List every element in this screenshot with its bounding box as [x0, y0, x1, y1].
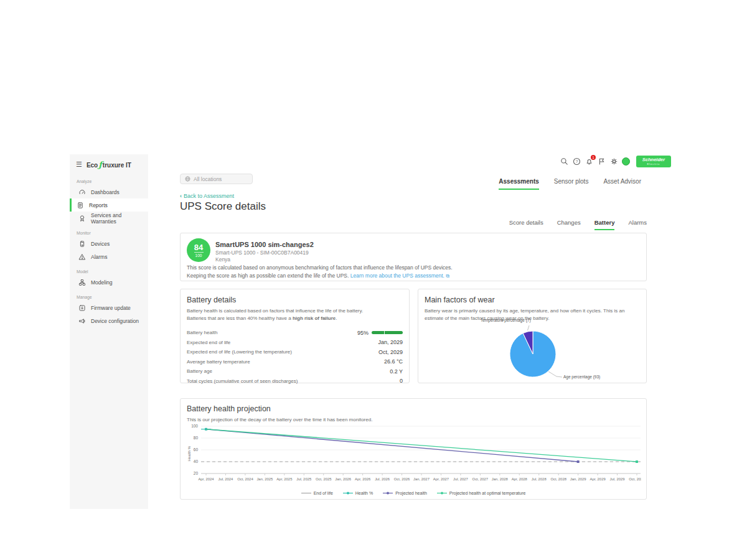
score-value: 84	[194, 243, 203, 251]
tab-asset-advisor[interactable]: Asset Advisor	[603, 178, 641, 190]
notification-badge: 1	[591, 155, 596, 160]
sidebar-header: ☰ Ecoƒtruxure IT	[70, 154, 148, 173]
nav-section-analyze: Analyze	[70, 173, 148, 185]
subtab-battery[interactable]: Battery	[594, 219, 615, 230]
table-row: Battery age 0.2 Y	[187, 366, 403, 376]
subtab-changes[interactable]: Changes	[557, 219, 581, 230]
svg-text:Jan, 2029: Jan, 2029	[570, 477, 586, 481]
subtab-score-details[interactable]: Score details	[509, 219, 543, 230]
legend-label: Health %	[355, 491, 373, 495]
svg-text:Jul, 2024: Jul, 2024	[218, 477, 233, 481]
svg-text:40: 40	[194, 459, 199, 464]
legend-item: Projected health at optimal temperature	[437, 491, 526, 495]
svg-text:Jul, 2027: Jul, 2027	[453, 477, 468, 481]
score-badge: 84 100	[187, 238, 210, 262]
learn-more-link[interactable]: Learn more about the UPS assessment.	[350, 273, 444, 279]
settings-gear-icon[interactable]	[609, 157, 619, 166]
battery-details-rows: Battery health 95% Expected end of life …	[187, 328, 403, 386]
row-label: Battery health	[187, 330, 217, 335]
services-icon	[78, 215, 86, 222]
row-label: Battery age	[187, 368, 212, 374]
projection-chart-svg: 20406080100Health %Apr, 2024Jul, 2024Oct…	[187, 421, 641, 483]
sidebar-item-devices[interactable]: Devices	[70, 237, 148, 250]
legend-marker-icon	[383, 491, 393, 495]
devices-icon	[78, 240, 86, 248]
sidebar-item-services-and-warranties[interactable]: Services and Warranties	[70, 212, 148, 225]
sidebar: ☰ Ecoƒtruxure IT Analyze Dashboards Repo…	[70, 154, 148, 509]
device-location: Kenya	[215, 256, 230, 263]
back-to-assessment-link[interactable]: ‹Back to Assessment	[180, 193, 234, 199]
brand-line2: Electric	[647, 163, 660, 166]
projection-chart: 20406080100Health %Apr, 2024Jul, 2024Oct…	[187, 421, 641, 491]
battery-health-bar	[372, 331, 403, 334]
wear-panel-title: Main factors of wear	[425, 296, 640, 304]
firmware-update-icon	[78, 304, 86, 312]
sidebar-item-dashboards[interactable]: Dashboards	[70, 185, 148, 198]
svg-text:Oct, 2028: Oct, 2028	[550, 477, 566, 481]
nav-section-monitor: Monitor	[70, 225, 148, 237]
row-label: Average battery temperature	[187, 359, 250, 365]
sidebar-item-device-configuration[interactable]: Device configuration	[70, 314, 148, 327]
notifications-bell-icon[interactable]: 1	[585, 157, 594, 166]
score-description-text: Keeping the score as high as possible ca…	[187, 273, 349, 279]
location-filter-placeholder: All locations	[194, 176, 222, 182]
nav-section-manage: Manage	[70, 289, 148, 301]
help-icon[interactable]: ?	[572, 157, 581, 166]
chart-legend: End of lifeHealth %Projected healthProje…	[181, 491, 646, 495]
tab-assessments[interactable]: Assessments	[499, 178, 538, 190]
table-row: Total cycles (cumulative count of seen d…	[187, 376, 403, 386]
search-icon[interactable]	[560, 157, 569, 166]
user-avatar[interactable]	[622, 157, 630, 166]
menu-icon[interactable]: ☰	[76, 161, 82, 168]
subtab-alarms[interactable]: Alarms	[628, 219, 647, 230]
row-label: Expected end of life (Lowering the tempe…	[187, 349, 292, 355]
device-name: SmartUPS 1000 sim-changes2	[215, 241, 314, 248]
score-max: 100	[195, 253, 202, 258]
battery-health-value: 95%	[357, 330, 369, 336]
legend-item: Health %	[343, 491, 373, 495]
svg-text:Apr, 2028: Apr, 2028	[512, 477, 528, 481]
back-link-label: Back to Assessment	[184, 193, 234, 199]
battery-details-title: Battery details	[187, 296, 403, 304]
legend-item: Projected health	[383, 491, 427, 495]
sidebar-item-firmware-update[interactable]: Firmware update	[70, 301, 148, 314]
desktop-canvas: ☰ Ecoƒtruxure IT Analyze Dashboards Repo…	[0, 0, 747, 560]
sidebar-item-label: Reports	[89, 202, 108, 208]
svg-text:Apr, 2029: Apr, 2029	[590, 477, 605, 481]
tab-sensor-plots[interactable]: Sensor plots	[554, 178, 589, 190]
row-value: 0.2 Y	[390, 368, 403, 375]
schneider-electric-logo[interactable]: Schneider Electric	[636, 156, 671, 167]
table-row: Battery health 95%	[187, 328, 403, 338]
app-window: ☰ Ecoƒtruxure IT Analyze Dashboards Repo…	[70, 154, 679, 509]
reports-icon	[77, 202, 84, 209]
ecostruxure-loop-icon: ƒ	[98, 160, 103, 169]
ecostruxure-logo: Ecoƒtruxure IT	[87, 160, 131, 169]
svg-text:Apr, 2026: Apr, 2026	[355, 477, 371, 481]
pie-chart-svg	[418, 323, 647, 384]
brand-line1: Schneider	[642, 157, 665, 162]
modeling-icon	[78, 279, 86, 286]
svg-text:Jul, 2026: Jul, 2026	[375, 477, 390, 481]
alarms-icon	[78, 253, 86, 261]
svg-text:Health %: Health %	[187, 446, 191, 461]
svg-text:Oct, 2024: Oct, 2024	[237, 477, 253, 481]
health-bar-threshold-tick	[384, 331, 385, 334]
topbar-actions: ? 1 Schneider Electric	[560, 156, 671, 167]
svg-text:Oct, 2025: Oct, 2025	[316, 477, 332, 481]
sidebar-item-alarms[interactable]: Alarms	[70, 250, 148, 263]
battery-details-description: Battery health is calculated based on fa…	[187, 307, 403, 322]
feedback-flag-icon[interactable]	[597, 157, 606, 166]
sidebar-item-reports[interactable]: Reports	[70, 198, 148, 212]
table-row: Expected end of life Jan, 2029	[187, 338, 403, 348]
svg-text:Jan, 2025: Jan, 2025	[256, 477, 273, 481]
sidebar-item-label: Devices	[91, 241, 110, 247]
battery-desc-bold: high risk of failure	[293, 315, 336, 321]
legend-label: End of life	[314, 491, 333, 495]
sidebar-item-label: Services and Warranties	[91, 212, 148, 225]
location-filter-input[interactable]: All locations	[180, 174, 253, 184]
svg-text:Jul, 2025: Jul, 2025	[296, 477, 312, 481]
svg-text:Jul, 2029: Jul, 2029	[610, 477, 625, 481]
svg-text:Oct, 2027: Oct, 2027	[472, 477, 489, 481]
sidebar-item-modeling[interactable]: Modeling	[70, 276, 148, 289]
sidebar-item-label: Firmware update	[91, 305, 131, 311]
